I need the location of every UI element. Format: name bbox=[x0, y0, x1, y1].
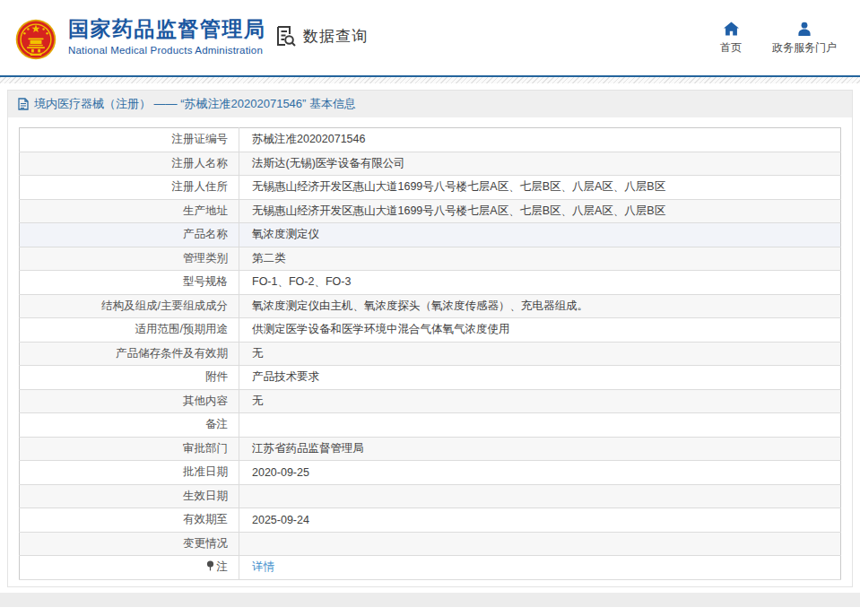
field-value: 氧浓度测定仪 bbox=[239, 223, 841, 247]
field-value-text: 法斯达(无锡)医学设备有限公司 bbox=[252, 157, 405, 169]
field-label: 有效期至 bbox=[20, 508, 239, 533]
org-title-zh: 国家药品监督管理局 bbox=[68, 16, 266, 42]
top-nav: 首页 政务服务门户 bbox=[720, 22, 837, 56]
table-row: 生产地址无锡惠山经济开发区惠山大道1699号八号楼七层A区、七层B区、八层A区、… bbox=[20, 199, 841, 223]
nav-home[interactable]: 首页 bbox=[720, 22, 742, 56]
field-value-text: 2025-09-24 bbox=[252, 514, 309, 526]
field-value bbox=[239, 532, 841, 556]
field-value-text: 无锡惠山经济开发区惠山大道1699号八号楼七层A区、七层B区、八层A区、八层B区 bbox=[252, 180, 665, 193]
field-value: 江苏省药品监督管理局 bbox=[239, 437, 841, 461]
nav-gov-portal[interactable]: 政务服务门户 bbox=[772, 22, 837, 56]
table-row: 注详情 bbox=[20, 556, 841, 580]
field-value: 苏械注准20202071546 bbox=[239, 128, 841, 152]
field-label-text: 产品名称 bbox=[183, 228, 228, 240]
field-label: 变更情况 bbox=[20, 532, 239, 556]
table-row: 产品名称氧浓度测定仪 bbox=[20, 223, 841, 247]
table-row: 审批部门江苏省药品监督管理局 bbox=[20, 437, 841, 461]
field-value: 2020-09-25 bbox=[239, 461, 841, 485]
nav-gov-portal-label: 政务服务门户 bbox=[772, 40, 837, 56]
field-value: 2025-09-24 bbox=[239, 508, 841, 533]
footer-band bbox=[0, 593, 860, 607]
page-title: 境内医疗器械（注册） —— “苏械注准20202071546” 基本信息 bbox=[34, 96, 356, 112]
pin-icon bbox=[206, 560, 214, 571]
table-row: 注册人名称法斯达(无锡)医学设备有限公司 bbox=[20, 152, 841, 176]
field-label: 备注 bbox=[20, 413, 239, 438]
field-label-text: 注册人住所 bbox=[172, 180, 229, 193]
table-row: 管理类别第二类 bbox=[20, 247, 841, 271]
field-label: 生产地址 bbox=[20, 199, 239, 223]
user-icon bbox=[797, 22, 812, 36]
field-label: 其他内容 bbox=[20, 389, 239, 413]
detail-table-body: 注册证编号苏械注准20202071546注册人名称法斯达(无锡)医学设备有限公司… bbox=[20, 128, 841, 580]
field-label-text: 变更情况 bbox=[183, 537, 228, 550]
field-value: 无锡惠山经济开发区惠山大道1699号八号楼七层A区、七层B区、八层A区、八层B区 bbox=[239, 199, 841, 223]
field-label-text: 适用范围/预期用途 bbox=[135, 323, 228, 335]
table-row: 其他内容无 bbox=[20, 389, 841, 413]
brand[interactable]: 国家药品监督管理局 National Medical Products Admi… bbox=[15, 16, 266, 60]
field-label-text: 产品储存条件及有效期 bbox=[116, 347, 228, 360]
data-query-label: 数据查询 bbox=[303, 26, 368, 47]
table-row: 附件产品技术要求 bbox=[20, 366, 841, 390]
org-title-en: National Medical Products Administration bbox=[68, 45, 266, 56]
header-hatch-strip bbox=[0, 77, 860, 83]
field-label: 附件 bbox=[20, 366, 239, 390]
breadcrumb: 境内医疗器械（注册） —— “苏械注准20202071546” 基本信息 bbox=[8, 91, 852, 117]
data-query-tab[interactable]: 数据查询 bbox=[274, 24, 368, 48]
field-value: 详情 bbox=[239, 556, 841, 580]
field-value: 法斯达(无锡)医学设备有限公司 bbox=[239, 152, 841, 176]
field-value: FO-1、FO-2、FO-3 bbox=[239, 271, 841, 295]
field-value: 供测定医学设备和医学环境中混合气体氧气浓度使用 bbox=[239, 318, 841, 343]
field-value-text: 产品技术要求 bbox=[252, 370, 319, 383]
field-label: 注册人名称 bbox=[20, 152, 239, 176]
field-label-text: 注 bbox=[217, 560, 229, 573]
field-value-text: 供测定医学设备和医学环境中混合气体氧气浓度使用 bbox=[252, 323, 510, 335]
field-label: 注册人住所 bbox=[20, 176, 239, 200]
field-label: 生效日期 bbox=[20, 484, 239, 508]
field-value-text: 无锡惠山经济开发区惠山大道1699号八号楼七层A区、七层B区、八层A区、八层B区 bbox=[252, 204, 665, 217]
nav-home-label: 首页 bbox=[720, 40, 742, 56]
data-query-icon bbox=[274, 24, 297, 48]
table-row: 结构及组成/主要组成成分氧浓度测定仪由主机、氧浓度探头（氧浓度传感器）、充电器组… bbox=[20, 294, 841, 318]
field-label-text: 审批部门 bbox=[183, 442, 228, 455]
field-value: 产品技术要求 bbox=[239, 366, 841, 390]
registration-detail-table: 注册证编号苏械注准20202071546注册人名称法斯达(无锡)医学设备有限公司… bbox=[19, 127, 841, 580]
field-label-text: 生产地址 bbox=[183, 204, 228, 217]
field-label-text: 批准日期 bbox=[183, 465, 228, 478]
field-value-text: 第二类 bbox=[252, 252, 286, 265]
table-row: 有效期至2025-09-24 bbox=[20, 508, 841, 533]
field-value-text: 江苏省药品监督管理局 bbox=[252, 442, 364, 455]
field-label: 批准日期 bbox=[20, 461, 239, 485]
field-label: 产品储存条件及有效期 bbox=[20, 342, 239, 366]
table-row: 型号规格FO-1、FO-2、FO-3 bbox=[20, 271, 841, 295]
table-row: 变更情况 bbox=[20, 532, 841, 556]
field-label-text: 注册人名称 bbox=[172, 157, 229, 169]
table-row: 备注 bbox=[20, 413, 841, 438]
table-row: 注册人住所无锡惠山经济开发区惠山大道1699号八号楼七层A区、七层B区、八层A区… bbox=[20, 176, 841, 200]
field-label: 注册证编号 bbox=[20, 128, 239, 152]
table-row: 适用范围/预期用途供测定医学设备和医学环境中混合气体氧气浓度使用 bbox=[20, 318, 841, 343]
field-value: 第二类 bbox=[239, 247, 841, 271]
detail-link[interactable]: 详情 bbox=[252, 560, 274, 573]
table-row: 生效日期 bbox=[20, 484, 841, 508]
field-value: 无锡惠山经济开发区惠山大道1699号八号楼七层A区、七层B区、八层A区、八层B区 bbox=[239, 176, 841, 200]
field-value-text: 苏械注准20202071546 bbox=[252, 133, 365, 145]
field-label-text: 型号规格 bbox=[183, 275, 228, 288]
field-label-text: 结构及组成/主要组成成分 bbox=[101, 299, 228, 312]
national-emblem-icon bbox=[15, 19, 56, 60]
field-value-text: 氧浓度测定仪 bbox=[252, 228, 319, 240]
document-icon bbox=[18, 98, 29, 110]
field-value: 氧浓度测定仪由主机、氧浓度探头（氧浓度传感器）、充电器组成。 bbox=[239, 294, 841, 318]
field-label-text: 注册证编号 bbox=[172, 133, 229, 145]
site-header: 国家药品监督管理局 National Medical Products Admi… bbox=[0, 0, 860, 77]
field-label: 产品名称 bbox=[20, 223, 239, 247]
field-label: 管理类别 bbox=[20, 247, 239, 271]
table-row: 批准日期2020-09-25 bbox=[20, 461, 841, 485]
field-value-text: 氧浓度测定仪由主机、氧浓度探头（氧浓度传感器）、充电器组成。 bbox=[252, 299, 588, 312]
field-label: 审批部门 bbox=[20, 437, 239, 461]
field-label-text: 附件 bbox=[205, 370, 228, 383]
field-value bbox=[239, 484, 841, 508]
content-panel: 境内医疗器械（注册） —— “苏械注准20202071546” 基本信息 注册证… bbox=[7, 90, 853, 587]
field-value-text: FO-1、FO-2、FO-3 bbox=[252, 275, 351, 288]
field-label-text: 备注 bbox=[205, 418, 228, 430]
field-label-text: 生效日期 bbox=[183, 490, 228, 502]
